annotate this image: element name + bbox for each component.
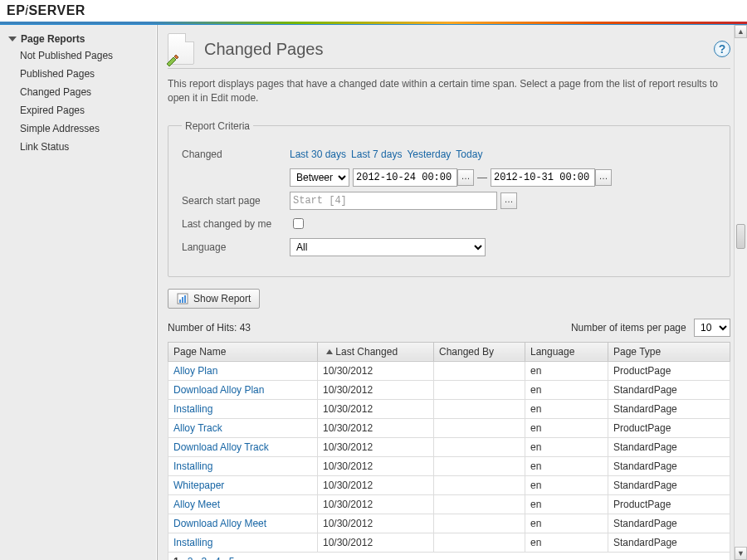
start-page-input[interactable] — [290, 192, 497, 210]
sort-asc-icon — [326, 349, 333, 354]
sidebar: Page Reports Not Published PagesPublishe… — [0, 25, 156, 560]
scroll-up-icon[interactable]: ▲ — [735, 25, 747, 38]
cell-last-changed: 10/30/2012 — [318, 494, 434, 514]
sidebar-heading[interactable]: Page Reports — [0, 32, 156, 46]
cell-last-changed: 10/30/2012 — [318, 380, 434, 399]
sidebar-item[interactable]: Simple Addresses — [0, 119, 156, 138]
page-link[interactable]: Download Alloy Track — [173, 441, 269, 453]
label-changed-by-me: Last changed by me — [182, 218, 290, 230]
quick-date-link[interactable]: Last 7 days — [351, 149, 402, 160]
page-link[interactable]: Download Alloy Plan — [173, 384, 264, 396]
page-link[interactable]: Alloy Plan — [173, 365, 217, 377]
quick-date-link[interactable]: Yesterday — [407, 149, 451, 160]
cell-language: en — [525, 399, 608, 418]
hits-label: Number of Hits: 43 — [168, 322, 251, 334]
sidebar-item[interactable]: Changed Pages — [0, 83, 156, 101]
table-row: Installing10/30/2012enStandardPage — [168, 533, 730, 552]
cell-changed-by — [434, 514, 525, 533]
page-link[interactable]: Download Alloy Meet — [173, 518, 266, 529]
date-to-picker-icon[interactable]: … — [595, 169, 612, 186]
cell-page-type: ProductPage — [608, 361, 730, 380]
col-page-name[interactable]: Page Name — [168, 342, 318, 361]
cell-changed-by — [434, 533, 525, 552]
cell-changed-by — [434, 437, 525, 456]
pager-page[interactable]: 4 — [215, 556, 221, 560]
show-report-label: Show Report — [193, 293, 251, 304]
cell-last-changed: 10/30/2012 — [318, 514, 434, 533]
cell-page-type: StandardPage — [608, 475, 730, 494]
col-language[interactable]: Language — [525, 342, 608, 361]
scroll-down-icon[interactable]: ▼ — [735, 547, 747, 560]
page-link[interactable]: Alloy Track — [173, 422, 222, 434]
pager-page[interactable]: 2 — [188, 556, 193, 560]
cell-page-type: ProductPage — [608, 494, 730, 514]
table-row: Download Alloy Meet10/30/2012enStandardP… — [168, 514, 730, 533]
table-row: Download Alloy Track10/30/2012enStandard… — [168, 437, 730, 456]
sidebar-item[interactable]: Link Status — [0, 138, 156, 156]
help-icon[interactable]: ? — [714, 41, 730, 57]
table-row: Alloy Plan10/30/2012enProductPage — [168, 361, 730, 380]
label-changed: Changed — [182, 149, 290, 160]
per-page-label: Number of items per page — [571, 322, 686, 334]
page-title: Changed Pages — [204, 40, 714, 59]
cell-last-changed: 10/30/2012 — [318, 361, 434, 380]
cell-page-type: ProductPage — [608, 418, 730, 437]
cell-changed-by — [434, 361, 525, 380]
per-page-select[interactable]: 10 — [694, 319, 730, 337]
cell-language: en — [525, 437, 608, 456]
col-last-changed[interactable]: Last Changed — [318, 342, 434, 361]
table-row: Whitepaper10/30/2012enStandardPage — [168, 475, 730, 494]
changed-by-me-checkbox[interactable] — [293, 218, 304, 229]
page-report-icon — [168, 33, 194, 65]
sidebar-item[interactable]: Not Published Pages — [0, 46, 156, 65]
cell-language: en — [525, 494, 608, 514]
svg-rect-3 — [184, 295, 186, 303]
main-content: Changed Pages ? This report displays pag… — [168, 33, 730, 560]
report-criteria: Report Criteria Changed Last 30 daysLast… — [168, 120, 730, 277]
language-select[interactable]: All — [290, 238, 486, 256]
show-report-button[interactable]: Show Report — [168, 289, 260, 309]
cell-language: en — [525, 380, 608, 399]
quick-date-link[interactable]: Today — [456, 149, 482, 160]
scrollbar[interactable]: ▲ ▼ — [734, 25, 747, 560]
page-link[interactable]: Whitepaper — [173, 480, 224, 491]
sidebar-item[interactable]: Expired Pages — [0, 101, 156, 119]
col-changed-by[interactable]: Changed By — [434, 342, 525, 361]
per-page-control: Number of items per page 10 — [571, 319, 730, 337]
pager-page: 1 — [173, 556, 179, 560]
page-link[interactable]: Installing — [173, 537, 212, 548]
cell-page-type: StandardPage — [608, 533, 730, 552]
cell-language: en — [525, 418, 608, 437]
cell-last-changed: 10/30/2012 — [318, 399, 434, 418]
criteria-legend: Report Criteria — [182, 120, 253, 132]
page-link[interactable]: Installing — [173, 403, 212, 415]
cell-page-type: StandardPage — [608, 399, 730, 418]
scroll-thumb[interactable] — [736, 224, 745, 249]
label-language: Language — [182, 241, 290, 253]
page-link[interactable]: Installing — [173, 460, 212, 472]
cell-last-changed: 10/30/2012 — [318, 533, 434, 552]
cell-last-changed: 10/30/2012 — [318, 475, 434, 494]
start-page-browse-icon[interactable]: … — [500, 192, 517, 209]
caret-down-icon — [8, 37, 17, 41]
cell-language: en — [525, 361, 608, 380]
cell-page-type: StandardPage — [608, 514, 730, 533]
page-link[interactable]: Alloy Meet — [173, 499, 220, 510]
pager-page[interactable]: 5 — [229, 556, 235, 560]
cell-last-changed: 10/30/2012 — [318, 418, 434, 437]
date-to-input[interactable] — [491, 168, 595, 187]
cell-changed-by — [434, 475, 525, 494]
date-from-input[interactable] — [353, 168, 457, 187]
cell-changed-by — [434, 418, 525, 437]
range-mode-select[interactable]: Between — [290, 168, 349, 187]
cell-page-type: StandardPage — [608, 380, 730, 399]
sidebar-item[interactable]: Published Pages — [0, 65, 156, 83]
date-from-picker-icon[interactable]: … — [457, 169, 474, 186]
range-separator: — — [477, 172, 487, 183]
report-icon — [177, 293, 188, 304]
cell-last-changed: 10/30/2012 — [318, 456, 434, 475]
pager-page[interactable]: 3 — [201, 556, 207, 560]
col-page-type[interactable]: Page Type — [608, 342, 730, 361]
quick-date-link[interactable]: Last 30 days — [290, 149, 346, 160]
table-row: Alloy Track10/30/2012enProductPage — [168, 418, 730, 437]
